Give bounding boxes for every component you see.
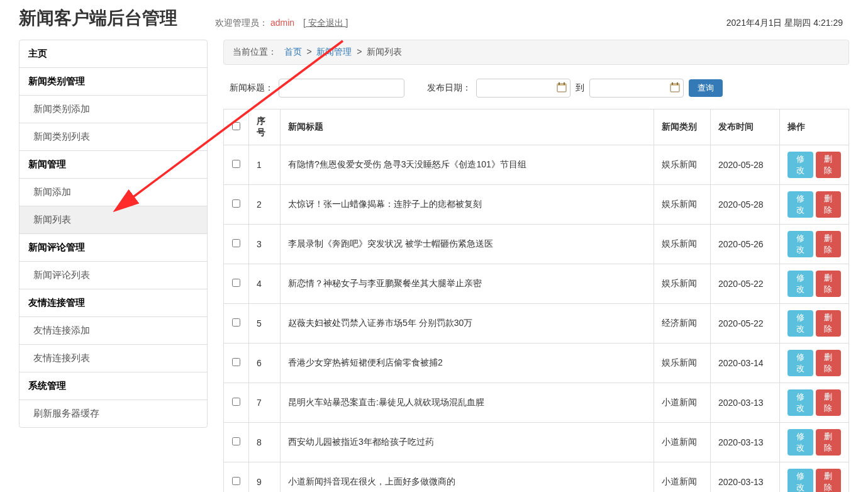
svg-rect-2 — [559, 82, 560, 85]
filter-title-input[interactable] — [279, 79, 404, 98]
admin-name: admin — [270, 18, 294, 28]
search-button[interactable]: 查询 — [689, 79, 723, 97]
delete-button[interactable]: 删除 — [816, 469, 842, 492]
sidebar-item-5[interactable]: 新闻添加 — [19, 179, 207, 206]
delete-button[interactable]: 删除 — [816, 191, 842, 218]
edit-button[interactable]: 修改 — [787, 389, 813, 416]
row-checkbox[interactable] — [232, 199, 240, 208]
row-category: 娱乐新闻 — [654, 145, 711, 185]
edit-button[interactable]: 修改 — [787, 231, 813, 257]
filter-to-label: 到 — [576, 82, 584, 94]
row-category: 娱乐新闻 — [654, 264, 711, 304]
breadcrumb-current: 新闻列表 — [367, 47, 402, 57]
col-ops: 操作 — [780, 109, 849, 145]
news-table: 序号 新闻标题 新闻类别 发布时间 操作 1有隐情?焦恩俊爱女受伤 急寻3天没睡… — [223, 109, 849, 492]
sidebar-item-10[interactable]: 友情连接添加 — [19, 317, 207, 345]
table-row: 7昆明火车站暴恐案直击:暴徒见人就砍现场混乱血腥小道新闻2020-03-13修改… — [224, 383, 849, 423]
row-checkbox[interactable] — [232, 437, 240, 445]
table-row: 5赵薇夫妇被处罚禁入证券市场5年 分别罚款30万经济新闻2020-05-22修改… — [224, 304, 849, 344]
row-date: 2020-05-28 — [711, 185, 780, 225]
delete-button[interactable]: 删除 — [816, 389, 842, 416]
sidebar-item-11[interactable]: 友情连接列表 — [19, 345, 207, 372]
row-title: 赵薇夫妇被处罚禁入证券市场5年 分别罚款30万 — [281, 304, 654, 344]
row-checkbox[interactable] — [232, 398, 240, 406]
row-title: 新恋情？神秘女子与李亚鹏聚餐坐其大腿举止亲密 — [281, 264, 654, 304]
breadcrumb-prefix: 当前位置： — [233, 47, 277, 57]
row-category: 娱乐新闻 — [654, 225, 711, 264]
filter-date-label: 发布日期： — [427, 82, 471, 94]
calendar-icon[interactable] — [670, 82, 680, 92]
row-checkbox[interactable] — [232, 358, 240, 366]
col-seq: 序号 — [249, 109, 281, 145]
edit-button[interactable]: 修改 — [787, 271, 813, 297]
row-title: 小道新闻抖音现在很火，上面好多做微商的 — [281, 462, 654, 493]
sidebar: 主页新闻类别管理新闻类别添加新闻类别列表新闻管理新闻添加新闻列表新闻评论管理新闻… — [19, 40, 208, 428]
row-title: 香港少女穿热裤短裙便利店偷零食被捕2 — [281, 344, 654, 383]
row-date: 2020-05-28 — [711, 145, 780, 185]
table-row: 8西安幼儿园被指近3年都给孩子吃过药小道新闻2020-03-13修改删除 — [224, 423, 849, 462]
delete-button[interactable]: 删除 — [816, 271, 842, 297]
row-checkbox[interactable] — [232, 160, 240, 168]
sidebar-item-7[interactable]: 新闻评论管理 — [19, 234, 207, 262]
edit-button[interactable]: 修改 — [787, 429, 813, 456]
sidebar-item-8[interactable]: 新闻评论列表 — [19, 262, 207, 289]
row-category: 小道新闻 — [654, 462, 711, 493]
row-category: 娱乐新闻 — [654, 344, 711, 383]
sidebar-item-4[interactable]: 新闻管理 — [19, 151, 207, 179]
row-checkbox[interactable] — [232, 279, 240, 287]
row-seq: 4 — [249, 264, 281, 304]
row-date: 2020-05-26 — [711, 225, 780, 264]
delete-button[interactable]: 删除 — [816, 231, 842, 257]
row-date: 2020-05-22 — [711, 264, 780, 304]
row-seq: 6 — [249, 344, 281, 383]
sidebar-item-13[interactable]: 刷新服务器缓存 — [19, 400, 207, 427]
row-title: 有隐情?焦恩俊爱女受伤 急寻3天没睡怒斥《创造101》节目组 — [281, 145, 654, 185]
row-checkbox[interactable] — [232, 477, 240, 485]
row-checkbox[interactable] — [232, 318, 240, 327]
row-title: 太惊讶！张一山蜡像揭幕：连脖子上的痣都被复刻 — [281, 185, 654, 225]
edit-button[interactable]: 修改 — [787, 191, 813, 218]
filter-title-label: 新闻标题： — [230, 82, 274, 94]
delete-button[interactable]: 删除 — [816, 350, 842, 376]
col-category: 新闻类别 — [654, 109, 711, 145]
row-seq: 8 — [249, 423, 281, 462]
calendar-icon[interactable] — [557, 82, 567, 92]
breadcrumb-sep: > — [306, 47, 311, 57]
sidebar-item-6[interactable]: 新闻列表 — [19, 206, 207, 234]
delete-button[interactable]: 删除 — [816, 429, 842, 456]
edit-button[interactable]: 修改 — [787, 350, 813, 376]
edit-button[interactable]: 修改 — [787, 152, 813, 178]
sidebar-item-12[interactable]: 系统管理 — [19, 372, 207, 400]
sidebar-item-0[interactable]: 主页 — [19, 40, 207, 68]
logout-link[interactable]: [ 安全退出 ] — [303, 18, 348, 28]
breadcrumb-sep: > — [357, 47, 362, 57]
table-row: 9小道新闻抖音现在很火，上面好多做微商的小道新闻2020-03-13修改删除 — [224, 462, 849, 493]
select-all-checkbox[interactable] — [232, 122, 240, 130]
svg-rect-6 — [672, 82, 673, 85]
row-date: 2020-03-13 — [711, 383, 780, 423]
edit-button[interactable]: 修改 — [787, 310, 813, 337]
breadcrumb-section[interactable]: 新闻管理 — [316, 47, 352, 57]
datetime-display: 2021年4月1日 星期四 4:21:29 — [726, 18, 843, 29]
row-seq: 2 — [249, 185, 281, 225]
row-category: 小道新闻 — [654, 383, 711, 423]
row-checkbox[interactable] — [232, 239, 240, 247]
welcome-prefix: 欢迎管理员： — [215, 18, 268, 28]
delete-button[interactable]: 删除 — [816, 310, 842, 337]
row-seq: 1 — [249, 145, 281, 185]
sidebar-item-3[interactable]: 新闻类别列表 — [19, 123, 207, 151]
sidebar-item-1[interactable]: 新闻类别管理 — [19, 68, 207, 96]
sidebar-item-2[interactable]: 新闻类别添加 — [19, 96, 207, 123]
row-seq: 7 — [249, 383, 281, 423]
sidebar-item-9[interactable]: 友情连接管理 — [19, 289, 207, 317]
table-row: 3李晨录制《奔跑吧》突发状况 被学士帽砸伤紧急送医娱乐新闻2020-05-26修… — [224, 225, 849, 264]
breadcrumb-home[interactable]: 首页 — [284, 47, 302, 57]
row-category: 娱乐新闻 — [654, 185, 711, 225]
edit-button[interactable]: 修改 — [787, 469, 813, 492]
row-seq: 3 — [249, 225, 281, 264]
row-category: 经济新闻 — [654, 304, 711, 344]
col-date: 发布时间 — [711, 109, 780, 145]
breadcrumb: 当前位置： 首页 > 新闻管理 > 新闻列表 — [223, 40, 849, 65]
row-title: 李晨录制《奔跑吧》突发状况 被学士帽砸伤紧急送医 — [281, 225, 654, 264]
delete-button[interactable]: 删除 — [816, 152, 842, 178]
